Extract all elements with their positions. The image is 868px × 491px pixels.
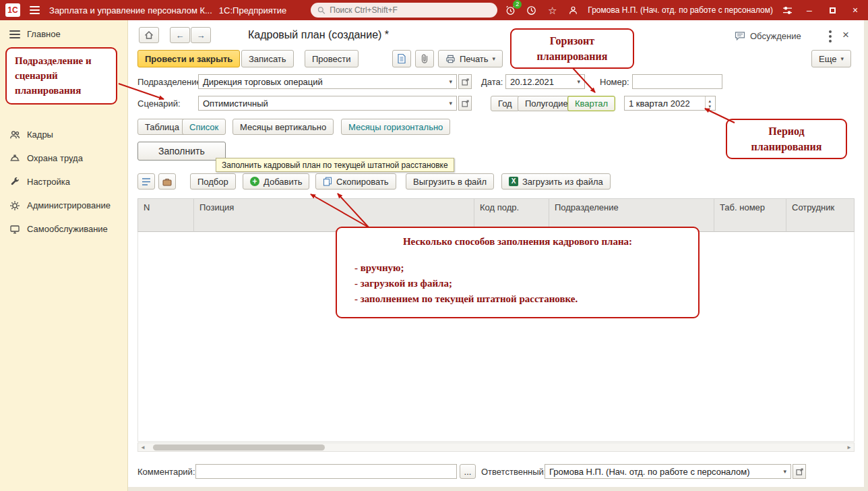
sidebar-item-main[interactable]: Главное <box>0 20 127 48</box>
back-arrow-icon: ← <box>176 30 185 40</box>
platform-title: 1С:Предприятие <box>219 5 286 16</box>
responsible-open-button[interactable] <box>793 464 806 479</box>
callout-period: Период планирования <box>726 119 847 159</box>
sidebar-item-label: Настройка <box>27 177 70 187</box>
column-header-tab-number[interactable]: Таб. номер <box>714 198 786 232</box>
responsible-combo[interactable]: Громова Н.П. (Нач. отд. по работе с перс… <box>545 464 791 479</box>
add-label: Добавить <box>264 177 302 187</box>
more-button[interactable]: Еще ▾ <box>811 50 851 67</box>
scroll-right-arrow[interactable]: ► <box>844 443 854 451</box>
briefcase-icon <box>162 177 172 186</box>
comment-label: Комментарий: <box>137 467 195 477</box>
department-value: Дирекция торговых операций <box>203 77 323 87</box>
sidebar-item-self-service[interactable]: Самообслуживание <box>0 217 127 241</box>
sidebar-item-administration[interactable]: Администрирование <box>0 194 127 217</box>
document-structure-button[interactable] <box>392 50 411 67</box>
import-from-file-button[interactable]: X Загрузить из файла <box>501 173 611 190</box>
comment-expand-button[interactable]: ... <box>460 464 476 479</box>
scroll-left-arrow[interactable]: ◄ <box>138 443 148 451</box>
date-field[interactable]: 20.12.2021 ▾ <box>505 74 585 89</box>
close-window-button[interactable]: × <box>848 3 863 17</box>
copy-icon <box>323 177 332 186</box>
attachments-button[interactable] <box>415 50 434 67</box>
comment-input[interactable] <box>200 467 452 477</box>
sidebar-item-label: Администрирование <box>27 200 111 210</box>
sidebar-item-label: Кадры <box>27 129 53 140</box>
callout-horizon: Горизонт планирования <box>510 28 634 69</box>
fill-button[interactable]: Заполнить <box>137 142 226 161</box>
comment-field[interactable] <box>195 464 457 479</box>
view-list-button[interactable]: Список <box>182 119 226 135</box>
horizontal-scrollbar[interactable]: ◄ ► <box>137 442 855 452</box>
home-button[interactable] <box>139 27 159 43</box>
period-field[interactable]: 1 квартал 2022 ▴▾ <box>624 96 716 111</box>
chevron-down-icon[interactable]: ▾ <box>445 79 452 85</box>
post-button[interactable]: Провести <box>305 50 359 67</box>
scenario-combo[interactable]: Оптимистичный ▾ <box>198 96 457 111</box>
back-button[interactable]: ← <box>170 27 190 43</box>
sidebar-item-labor-safety[interactable]: Охрана труда <box>0 146 127 170</box>
fill-label: Заполнить <box>158 146 205 156</box>
positions-catalog-button[interactable] <box>158 173 176 190</box>
months-vertical-button[interactable]: Месяцы вертикально <box>232 119 334 135</box>
search-input[interactable] <box>330 5 491 15</box>
discussion-button[interactable]: Обсуждение <box>735 31 801 41</box>
import-label: Загрузить из файла <box>522 177 603 187</box>
star-icon: ☆ <box>548 5 557 16</box>
list-settings-button[interactable] <box>137 173 155 190</box>
scrollbar-thumb[interactable] <box>153 444 325 451</box>
pick-label: Подбор <box>197 177 228 187</box>
add-row-button[interactable]: + Добавить <box>243 173 309 190</box>
favorites-button[interactable]: ☆ <box>546 4 559 17</box>
print-button[interactable]: Печать ▾ <box>438 50 503 67</box>
post-and-close-button[interactable]: Провести и закрыть <box>137 50 240 67</box>
department-open-button[interactable] <box>458 74 472 89</box>
months-horizontal-label: Месяцы горизонтально <box>348 122 443 132</box>
forward-button[interactable]: → <box>191 27 211 43</box>
minimize-button[interactable]: – <box>802 3 817 17</box>
column-header-n[interactable]: N <box>137 198 194 232</box>
callout-fill-item: - вручную; <box>348 260 687 276</box>
notifications-button[interactable]: 2 <box>504 4 517 17</box>
scenario-open-button[interactable] <box>458 96 472 111</box>
calendar-dropdown-icon[interactable]: ▾ <box>573 79 580 85</box>
current-user-name[interactable]: Громова Н.П. (Нач. отд. по работе с перс… <box>588 5 773 15</box>
callout-fill-methods: Несколько способов заполнения кадрового … <box>336 227 700 318</box>
close-form-button[interactable]: × <box>842 29 849 40</box>
sidebar-item-settings[interactable]: Настройка <box>0 170 127 194</box>
horizon-halfyear-button[interactable]: Полугодие <box>518 96 576 111</box>
chevron-down-icon[interactable]: ▾ <box>445 100 452 107</box>
responsible-label: Ответственный: <box>481 467 546 477</box>
notification-badge: 2 <box>513 0 522 9</box>
copy-row-button[interactable]: Скопировать <box>315 173 396 190</box>
maximize-button[interactable] <box>825 3 840 17</box>
global-search[interactable] <box>311 3 497 18</box>
sidebar-item-hr[interactable]: Кадры <box>0 123 127 146</box>
months-vertical-label: Месяцы вертикально <box>240 122 326 132</box>
connection-settings-button[interactable] <box>781 4 794 17</box>
history-button[interactable] <box>525 4 538 17</box>
gear-icon <box>9 200 20 211</box>
department-combo[interactable]: Дирекция торговых операций ▾ <box>198 74 457 89</box>
user-menu-button[interactable] <box>567 4 580 17</box>
export-to-file-button[interactable]: Выгрузить в файл <box>406 173 494 190</box>
column-header-employee[interactable]: Сотрудник <box>786 198 855 232</box>
number-field[interactable] <box>632 74 722 89</box>
horizon-year-button[interactable]: Год <box>491 96 520 111</box>
spin-down-icon[interactable]: ▾ <box>708 104 711 109</box>
view-table-button[interactable]: Таблица <box>137 119 187 135</box>
spin-up-icon[interactable]: ▴ <box>708 98 711 103</box>
open-icon <box>462 100 469 107</box>
pick-button[interactable]: Подбор <box>190 173 236 190</box>
months-horizontal-button[interactable]: Месяцы горизонтально <box>341 119 450 135</box>
chevron-down-icon[interactable]: ▾ <box>779 469 786 475</box>
period-spinner[interactable]: ▴▾ <box>705 96 711 110</box>
post-label: Провести <box>312 54 351 64</box>
form-menu-button[interactable] <box>828 29 833 44</box>
topbar-right: 2 ☆ Громова Н.П. (Нач. отд. по работе с … <box>504 3 863 17</box>
horizon-quarter-button[interactable]: Квартал <box>567 96 615 111</box>
app-window: 1С Зарплата и управление персоналом К...… <box>0 0 868 491</box>
period-value: 1 квартал 2022 <box>629 98 690 109</box>
main-menu-icon[interactable] <box>27 3 42 17</box>
write-button[interactable]: Записать <box>241 50 294 67</box>
